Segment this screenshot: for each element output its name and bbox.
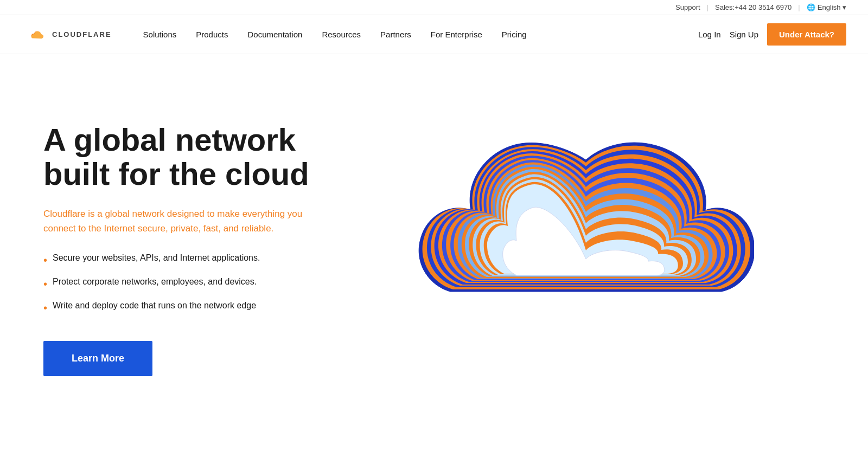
- hero-description: Cloudflare is a global network designed …: [43, 206, 315, 236]
- login-link[interactable]: Log In: [698, 30, 721, 39]
- bullet-item-3: • Write and deploy code that runs on the…: [43, 301, 347, 315]
- hero-title: A global network built for the cloud: [43, 122, 347, 192]
- language-label: English ▾: [818, 3, 846, 11]
- bullet-text-3: Write and deploy code that runs on the n…: [53, 301, 256, 311]
- language-selector[interactable]: 🌐 English ▾: [807, 3, 846, 11]
- bullet-item-2: • Protect corporate networks, employees,…: [43, 277, 347, 291]
- hero-content: A global network built for the cloud Clo…: [43, 122, 347, 377]
- divider-1: |: [707, 3, 709, 11]
- nav-actions: Log In Sign Up Under Attack?: [698, 23, 846, 46]
- learn-more-button[interactable]: Learn More: [43, 341, 152, 376]
- bullet-dot-3: •: [43, 301, 47, 315]
- globe-icon: 🌐: [807, 3, 815, 11]
- nav-item-for-enterprise[interactable]: For Enterprise: [421, 15, 492, 54]
- hero-bullets: • Secure your websites, APIs, and Intern…: [43, 253, 347, 315]
- bullet-dot-2: •: [43, 277, 47, 291]
- nav-item-products[interactable]: Products: [186, 15, 238, 54]
- main-nav: CLOUDFLARE Solutions Products Documentat…: [0, 15, 868, 54]
- bullet-text-2: Protect corporate networks, employees, a…: [53, 277, 257, 287]
- under-attack-button[interactable]: Under Attack?: [767, 23, 846, 46]
- logo-cloud-icon: [22, 27, 48, 43]
- logo-link[interactable]: CLOUDFLARE: [22, 27, 112, 43]
- bullet-dot-1: •: [43, 253, 47, 267]
- hero-description-highlight: private, fast, and reliable.: [168, 223, 274, 234]
- signup-link[interactable]: Sign Up: [730, 30, 758, 39]
- support-link[interactable]: Support: [675, 3, 700, 11]
- cloud-illustration: [418, 108, 754, 390]
- bullet-item-1: • Secure your websites, APIs, and Intern…: [43, 253, 347, 267]
- nav-item-resources[interactable]: Resources: [312, 15, 371, 54]
- nav-item-documentation[interactable]: Documentation: [238, 15, 312, 54]
- hero-illustration: [347, 87, 825, 412]
- sales-info: Sales:+44 20 3514 6970: [715, 3, 792, 11]
- nav-item-solutions[interactable]: Solutions: [133, 15, 187, 54]
- logo-text: CLOUDFLARE: [52, 30, 112, 38]
- hero-section: A global network built for the cloud Clo…: [0, 54, 868, 444]
- top-bar: Support | Sales:+44 20 3514 6970 | 🌐 Eng…: [0, 0, 868, 15]
- bullet-text-1: Secure your websites, APIs, and Internet…: [53, 253, 260, 263]
- divider-2: |: [798, 3, 800, 11]
- nav-item-pricing[interactable]: Pricing: [492, 15, 537, 54]
- nav-links: Solutions Products Documentation Resourc…: [133, 15, 698, 54]
- nav-item-partners[interactable]: Partners: [371, 15, 421, 54]
